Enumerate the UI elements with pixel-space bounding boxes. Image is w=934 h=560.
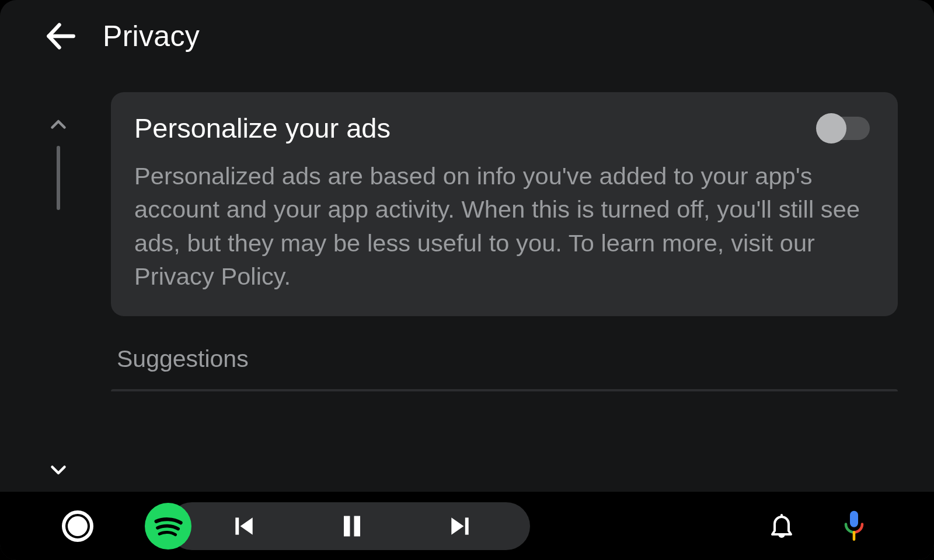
media-controls [145, 502, 530, 550]
pause-icon [340, 512, 364, 540]
svg-rect-2 [344, 516, 350, 536]
suggestions-section-label: Suggestions [117, 345, 898, 373]
skip-next-icon [447, 513, 473, 539]
bell-icon [768, 512, 796, 540]
home-dot-icon [68, 516, 88, 536]
skip-previous-icon [231, 513, 257, 539]
voice-assistant-button[interactable] [838, 510, 870, 542]
google-mic-icon [842, 510, 866, 542]
scroll-down-button[interactable] [48, 459, 69, 480]
card-header: Personalize your ads [134, 112, 874, 144]
notifications-button[interactable] [766, 510, 797, 542]
personalize-ads-title: Personalize your ads [134, 112, 391, 144]
scroll-rail-bottom [48, 459, 69, 480]
page-title: Privacy [103, 19, 200, 53]
back-button[interactable] [42, 18, 79, 55]
android-auto-screen: Privacy P [0, 0, 934, 560]
arrow-left-icon [44, 19, 78, 53]
media-pill [168, 502, 530, 550]
svg-rect-6 [850, 510, 858, 527]
svg-rect-3 [354, 516, 361, 536]
chevron-down-icon [48, 459, 69, 480]
scroll-rail-top [48, 114, 69, 210]
scroll-track [57, 146, 60, 210]
scroll-indicator [47, 114, 70, 480]
svg-rect-1 [235, 517, 239, 534]
content-area: Privacy P [0, 0, 934, 492]
app-header: Privacy [0, 0, 934, 55]
personalize-ads-card[interactable]: Personalize your ads Personalized ads ar… [111, 92, 898, 316]
home-button[interactable] [62, 510, 93, 542]
play-pause-button[interactable] [297, 502, 407, 550]
toggle-knob [816, 113, 846, 144]
scroll-up-button[interactable] [48, 114, 69, 135]
system-bottom-bar [0, 492, 934, 560]
svg-rect-4 [465, 517, 469, 534]
media-app-button[interactable] [145, 503, 191, 550]
personalize-ads-description: Personalized ads are based on info you'v… [134, 159, 874, 293]
chevron-up-icon [48, 114, 69, 135]
personalize-ads-toggle[interactable] [817, 117, 870, 140]
spotify-icon [148, 506, 189, 547]
next-track-button[interactable] [407, 502, 513, 550]
previous-track-button[interactable] [191, 502, 297, 550]
next-card-peek[interactable] [111, 389, 898, 391]
settings-list[interactable]: Personalize your ads Personalized ads ar… [111, 92, 898, 391]
